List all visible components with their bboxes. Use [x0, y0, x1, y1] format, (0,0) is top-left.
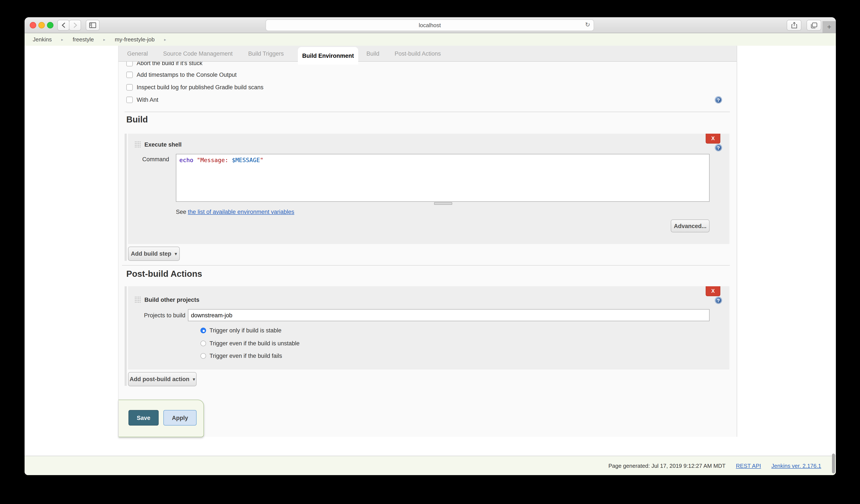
build-step-title: Execute shell	[144, 141, 182, 148]
save-bar: Save Apply	[118, 400, 204, 437]
checkbox-label: With Ant	[137, 97, 158, 103]
chevron-right-icon	[73, 23, 77, 28]
help-icon[interactable]: ?	[715, 297, 722, 304]
reload-icon[interactable]: ↻	[585, 21, 590, 28]
add-post-build-action-label: Add post-build action	[130, 376, 189, 383]
new-tab-button[interactable]: +	[822, 21, 836, 33]
env-vars-hint: See the list of available environment va…	[176, 209, 294, 215]
tab-build[interactable]: Build	[367, 46, 379, 61]
config-tab-bar: General Source Code Management Build Tri…	[118, 46, 737, 62]
back-button[interactable]	[57, 20, 69, 31]
address-bar-url: localhost	[419, 22, 441, 28]
tabs-overview-icon	[811, 22, 817, 28]
radio-row: Trigger even if the build is unstable	[200, 340, 300, 347]
page-generated-text: Page generated: Jul 17, 2019 9:12:27 AM …	[608, 463, 726, 469]
sidebar-toggle-button[interactable]	[86, 20, 100, 31]
post-build-section-heading: Post-build Actions	[126, 269, 202, 279]
build-step-panel: Execute shell X ? Command echo "Message:…	[128, 134, 729, 244]
env-vars-link[interactable]: the list of available environment variab…	[188, 209, 295, 215]
checkbox-row: Add timestamps to the Console Output	[126, 72, 236, 78]
radio-row: Trigger only if build is stable	[200, 327, 282, 334]
post-build-action-panel: Build other projects X ? Projects to bui…	[128, 286, 729, 370]
post-build-drag-strip	[125, 286, 127, 386]
minimize-window-button[interactable]	[38, 22, 45, 28]
command-editor[interactable]: echo "Message: $MESSAGE"	[176, 154, 710, 202]
breadcrumb: Jenkins ▸ freestyle ▸ my-freestyle-job ▸	[25, 33, 836, 46]
checkbox-row: Inspect build log for published Gradle b…	[126, 84, 263, 90]
add-build-step-label: Add build step	[131, 250, 171, 257]
radio-row: Trigger even if the build fails	[200, 353, 282, 359]
zoom-window-button[interactable]	[47, 22, 54, 28]
caret-down-icon: ▾	[175, 251, 177, 256]
trigger-fails-radio[interactable]	[200, 353, 206, 359]
resize-handle[interactable]	[434, 202, 452, 205]
build-section-heading: Build	[126, 115, 148, 125]
radio-label: Trigger even if the build fails	[210, 353, 282, 359]
breadcrumb-job[interactable]: my-freestyle-job	[115, 36, 155, 43]
drag-handle-icon[interactable]	[134, 141, 141, 148]
advanced-button[interactable]: Advanced...	[671, 219, 710, 232]
tab-overview-button[interactable]	[806, 20, 821, 31]
tab-general[interactable]: General	[127, 46, 148, 61]
with-ant-checkbox[interactable]	[126, 97, 133, 103]
tab-source-code-management[interactable]: Source Code Management	[163, 46, 233, 61]
rest-api-link[interactable]: REST API	[736, 463, 761, 469]
build-step-drag-strip	[125, 134, 127, 261]
radio-label: Trigger only if build is stable	[210, 327, 282, 334]
jenkins-version-link[interactable]: Jenkins ver. 2.176.1	[771, 463, 821, 469]
page-footer: Page generated: Jul 17, 2019 9:12:27 AM …	[25, 456, 836, 475]
page-content: General Source Code Management Build Tri…	[25, 46, 836, 456]
checkbox-label: Add timestamps to the Console Output	[137, 72, 236, 78]
projects-to-build-input[interactable]	[188, 309, 710, 321]
breadcrumb-folder[interactable]: freestyle	[73, 36, 94, 43]
command-label: Command	[142, 156, 169, 162]
add-post-build-action-button[interactable]: Add post-build action ▾	[128, 372, 197, 386]
apply-button[interactable]: Apply	[163, 410, 197, 426]
close-window-button[interactable]	[30, 22, 36, 28]
delete-build-step-button[interactable]: X	[706, 134, 720, 144]
tab-build-environment[interactable]: Build Environment	[298, 47, 358, 65]
plus-icon: +	[827, 23, 831, 31]
add-build-step-button[interactable]: Add build step ▾	[128, 247, 180, 261]
post-build-action-title: Build other projects	[144, 297, 199, 303]
trigger-unstable-radio[interactable]	[200, 341, 206, 346]
screenshot-stage: localhost ↻ + Jenkins	[0, 0, 860, 504]
help-icon[interactable]: ?	[715, 96, 722, 103]
sidebar-icon	[89, 23, 96, 28]
vertical-scrollbar[interactable]	[832, 453, 835, 473]
share-button[interactable]	[787, 20, 801, 31]
breadcrumb-separator-icon: ▸	[61, 37, 63, 42]
forward-button[interactable]	[69, 20, 81, 31]
section-divider	[125, 112, 730, 112]
tab-post-build-actions[interactable]: Post-build Actions	[395, 46, 441, 61]
config-form: General Source Code Management Build Tri…	[118, 46, 737, 437]
drag-handle-icon[interactable]	[134, 296, 141, 303]
checkbox-label: Inspect build log for published Gradle b…	[137, 84, 263, 90]
code-token: echo	[179, 157, 194, 163]
share-icon	[791, 22, 797, 28]
tab-build-triggers[interactable]: Build Triggers	[248, 46, 284, 61]
save-button[interactable]: Save	[128, 410, 159, 426]
breadcrumb-separator-icon: ▸	[103, 37, 105, 42]
breadcrumb-separator-icon: ▸	[164, 37, 166, 42]
add-timestamps-checkbox[interactable]	[126, 72, 133, 78]
caret-down-icon: ▾	[193, 377, 195, 381]
delete-post-build-action-button[interactable]: X	[706, 286, 720, 296]
code-token: "	[260, 157, 263, 163]
breadcrumb-jenkins[interactable]: Jenkins	[33, 36, 52, 43]
code-token: $MESSAGE	[232, 157, 260, 163]
projects-to-build-label: Projects to build	[144, 312, 185, 319]
address-bar[interactable]: localhost ↻	[266, 19, 594, 31]
section-divider	[122, 265, 730, 265]
see-prefix: See	[176, 209, 186, 215]
chevron-left-icon	[61, 23, 65, 28]
radio-label: Trigger even if the build is unstable	[210, 340, 300, 347]
checkbox-row: With Ant	[126, 97, 158, 103]
trigger-stable-radio[interactable]	[200, 328, 206, 333]
browser-toolbar: localhost ↻ +	[25, 17, 836, 33]
inspect-build-log-checkbox[interactable]	[126, 84, 133, 90]
help-icon[interactable]: ?	[715, 144, 722, 151]
browser-window: localhost ↻ + Jenkins	[25, 17, 836, 475]
code-token: "Message:	[194, 157, 232, 163]
